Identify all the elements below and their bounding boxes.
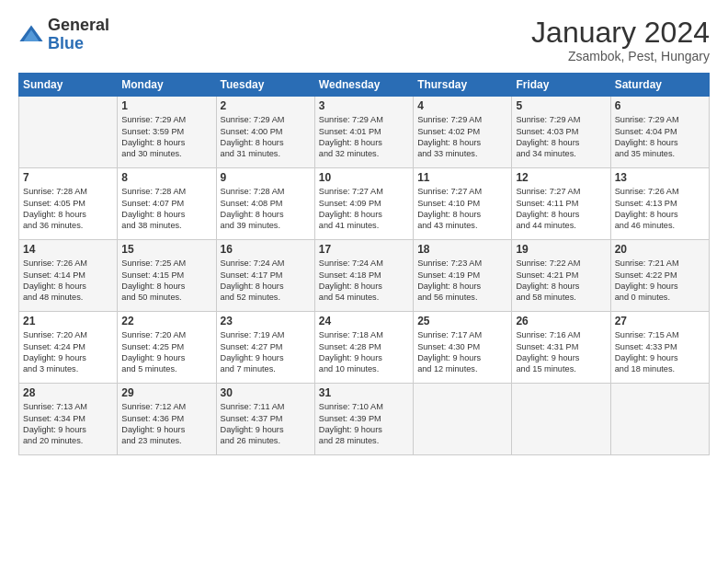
cell-0-5: 5Sunrise: 7:29 AM Sunset: 4:03 PM Daylig… bbox=[512, 97, 610, 168]
cell-content: Sunrise: 7:12 AM Sunset: 4:36 PM Dayligh… bbox=[121, 401, 211, 447]
cell-4-0: 28Sunrise: 7:13 AM Sunset: 4:34 PM Dayli… bbox=[19, 384, 118, 455]
day-number: 28 bbox=[23, 386, 113, 399]
cell-0-0 bbox=[19, 97, 118, 168]
col-tuesday: Tuesday bbox=[216, 74, 314, 97]
cell-content: Sunrise: 7:28 AM Sunset: 4:05 PM Dayligh… bbox=[23, 186, 113, 232]
cell-content: Sunrise: 7:27 AM Sunset: 4:10 PM Dayligh… bbox=[417, 186, 507, 232]
cell-2-6: 20Sunrise: 7:21 AM Sunset: 4:22 PM Dayli… bbox=[610, 240, 709, 312]
day-number: 31 bbox=[319, 386, 409, 399]
day-number: 27 bbox=[615, 315, 705, 327]
logo-general: General bbox=[48, 16, 109, 34]
week-row-0: 1Sunrise: 7:29 AM Sunset: 3:59 PM Daylig… bbox=[19, 97, 710, 168]
cell-1-2: 9Sunrise: 7:28 AM Sunset: 4:08 PM Daylig… bbox=[216, 168, 314, 240]
title-block: January 2024 Zsambok, Pest, Hungary bbox=[531, 17, 710, 63]
day-number: 9 bbox=[221, 171, 311, 184]
cell-2-0: 14Sunrise: 7:26 AM Sunset: 4:14 PM Dayli… bbox=[19, 240, 118, 312]
day-number: 21 bbox=[23, 315, 113, 327]
col-wednesday: Wednesday bbox=[314, 74, 413, 97]
cell-2-1: 15Sunrise: 7:25 AM Sunset: 4:15 PM Dayli… bbox=[118, 240, 216, 312]
cell-0-2: 2Sunrise: 7:29 AM Sunset: 4:00 PM Daylig… bbox=[216, 97, 314, 168]
cell-content: Sunrise: 7:27 AM Sunset: 4:11 PM Dayligh… bbox=[516, 186, 606, 232]
cell-content: Sunrise: 7:10 AM Sunset: 4:39 PM Dayligh… bbox=[319, 401, 409, 447]
day-number: 14 bbox=[23, 243, 113, 256]
day-number: 6 bbox=[615, 99, 705, 112]
cell-content: Sunrise: 7:29 AM Sunset: 4:02 PM Dayligh… bbox=[417, 114, 507, 160]
cell-3-1: 22Sunrise: 7:20 AM Sunset: 4:25 PM Dayli… bbox=[118, 312, 216, 384]
cell-0-1: 1Sunrise: 7:29 AM Sunset: 3:59 PM Daylig… bbox=[118, 97, 216, 168]
day-number: 26 bbox=[516, 315, 606, 327]
cell-4-2: 30Sunrise: 7:11 AM Sunset: 4:37 PM Dayli… bbox=[216, 384, 314, 455]
location: Zsambok, Pest, Hungary bbox=[531, 49, 710, 63]
cell-1-6: 13Sunrise: 7:26 AM Sunset: 4:13 PM Dayli… bbox=[610, 168, 709, 240]
cell-1-5: 12Sunrise: 7:27 AM Sunset: 4:11 PM Dayli… bbox=[512, 168, 610, 240]
cell-3-0: 21Sunrise: 7:20 AM Sunset: 4:24 PM Dayli… bbox=[19, 312, 118, 384]
day-number: 18 bbox=[417, 243, 507, 256]
cell-2-5: 19Sunrise: 7:22 AM Sunset: 4:21 PM Dayli… bbox=[512, 240, 610, 312]
day-number: 3 bbox=[319, 99, 409, 112]
cell-content: Sunrise: 7:28 AM Sunset: 4:08 PM Dayligh… bbox=[221, 186, 311, 232]
cell-2-2: 16Sunrise: 7:24 AM Sunset: 4:17 PM Dayli… bbox=[216, 240, 314, 312]
cell-content: Sunrise: 7:15 AM Sunset: 4:33 PM Dayligh… bbox=[615, 329, 705, 375]
cell-content: Sunrise: 7:27 AM Sunset: 4:09 PM Dayligh… bbox=[319, 186, 409, 232]
week-row-1: 7Sunrise: 7:28 AM Sunset: 4:05 PM Daylig… bbox=[19, 168, 710, 240]
cell-content: Sunrise: 7:20 AM Sunset: 4:25 PM Dayligh… bbox=[121, 329, 211, 375]
cell-0-4: 4Sunrise: 7:29 AM Sunset: 4:02 PM Daylig… bbox=[414, 97, 512, 168]
week-row-4: 28Sunrise: 7:13 AM Sunset: 4:34 PM Dayli… bbox=[19, 384, 710, 455]
day-number: 22 bbox=[121, 315, 211, 327]
cell-content: Sunrise: 7:19 AM Sunset: 4:27 PM Dayligh… bbox=[221, 329, 311, 375]
cell-content: Sunrise: 7:17 AM Sunset: 4:30 PM Dayligh… bbox=[417, 329, 507, 375]
cell-content: Sunrise: 7:26 AM Sunset: 4:13 PM Dayligh… bbox=[615, 186, 705, 232]
cell-1-4: 11Sunrise: 7:27 AM Sunset: 4:10 PM Dayli… bbox=[414, 168, 512, 240]
day-number: 25 bbox=[417, 315, 507, 327]
cell-content: Sunrise: 7:21 AM Sunset: 4:22 PM Dayligh… bbox=[615, 258, 705, 304]
day-number: 10 bbox=[319, 171, 409, 184]
logo: General Blue bbox=[18, 17, 109, 53]
day-number: 15 bbox=[121, 243, 211, 256]
day-number: 7 bbox=[23, 171, 113, 184]
col-monday: Monday bbox=[118, 74, 216, 97]
day-number: 2 bbox=[221, 99, 311, 112]
cell-content: Sunrise: 7:29 AM Sunset: 4:00 PM Dayligh… bbox=[221, 114, 311, 160]
day-number: 13 bbox=[615, 171, 705, 184]
week-row-3: 21Sunrise: 7:20 AM Sunset: 4:24 PM Dayli… bbox=[19, 312, 710, 384]
month-title: January 2024 bbox=[531, 17, 710, 49]
day-number: 17 bbox=[319, 243, 409, 256]
cell-3-6: 27Sunrise: 7:15 AM Sunset: 4:33 PM Dayli… bbox=[610, 312, 709, 384]
cell-4-3: 31Sunrise: 7:10 AM Sunset: 4:39 PM Dayli… bbox=[314, 384, 413, 455]
cell-3-5: 26Sunrise: 7:16 AM Sunset: 4:31 PM Dayli… bbox=[512, 312, 610, 384]
cell-3-2: 23Sunrise: 7:19 AM Sunset: 4:27 PM Dayli… bbox=[216, 312, 314, 384]
logo-icon bbox=[18, 22, 44, 48]
day-number: 19 bbox=[516, 243, 606, 256]
cell-content: Sunrise: 7:26 AM Sunset: 4:14 PM Dayligh… bbox=[23, 258, 113, 304]
cell-1-3: 10Sunrise: 7:27 AM Sunset: 4:09 PM Dayli… bbox=[314, 168, 413, 240]
col-sunday: Sunday bbox=[19, 74, 118, 97]
cell-2-4: 18Sunrise: 7:23 AM Sunset: 4:19 PM Dayli… bbox=[414, 240, 512, 312]
week-row-2: 14Sunrise: 7:26 AM Sunset: 4:14 PM Dayli… bbox=[19, 240, 710, 312]
day-number: 30 bbox=[221, 386, 311, 399]
cell-content: Sunrise: 7:16 AM Sunset: 4:31 PM Dayligh… bbox=[516, 329, 606, 375]
logo-text: General Blue bbox=[48, 17, 109, 53]
cell-1-0: 7Sunrise: 7:28 AM Sunset: 4:05 PM Daylig… bbox=[19, 168, 118, 240]
cell-content: Sunrise: 7:29 AM Sunset: 4:01 PM Dayligh… bbox=[319, 114, 409, 160]
cell-content: Sunrise: 7:24 AM Sunset: 4:18 PM Dayligh… bbox=[319, 258, 409, 304]
page: General Blue January 2024 Zsambok, Pest,… bbox=[0, 0, 728, 563]
cell-0-6: 6Sunrise: 7:29 AM Sunset: 4:04 PM Daylig… bbox=[610, 97, 709, 168]
col-saturday: Saturday bbox=[610, 74, 709, 97]
day-number: 5 bbox=[516, 99, 606, 112]
day-number: 11 bbox=[417, 171, 507, 184]
cell-4-6 bbox=[610, 384, 709, 455]
cell-2-3: 17Sunrise: 7:24 AM Sunset: 4:18 PM Dayli… bbox=[314, 240, 413, 312]
cell-4-5 bbox=[512, 384, 610, 455]
day-number: 8 bbox=[121, 171, 211, 184]
cell-content: Sunrise: 7:28 AM Sunset: 4:07 PM Dayligh… bbox=[121, 186, 211, 232]
cell-content: Sunrise: 7:11 AM Sunset: 4:37 PM Dayligh… bbox=[221, 401, 311, 447]
cell-content: Sunrise: 7:23 AM Sunset: 4:19 PM Dayligh… bbox=[417, 258, 507, 304]
col-thursday: Thursday bbox=[414, 74, 512, 97]
col-friday: Friday bbox=[512, 74, 610, 97]
header: General Blue January 2024 Zsambok, Pest,… bbox=[18, 17, 710, 63]
calendar-table: Sunday Monday Tuesday Wednesday Thursday… bbox=[18, 73, 710, 455]
day-number: 23 bbox=[221, 315, 311, 327]
day-number: 20 bbox=[615, 243, 705, 256]
cell-3-3: 24Sunrise: 7:18 AM Sunset: 4:28 PM Dayli… bbox=[314, 312, 413, 384]
cell-content: Sunrise: 7:18 AM Sunset: 4:28 PM Dayligh… bbox=[319, 329, 409, 375]
